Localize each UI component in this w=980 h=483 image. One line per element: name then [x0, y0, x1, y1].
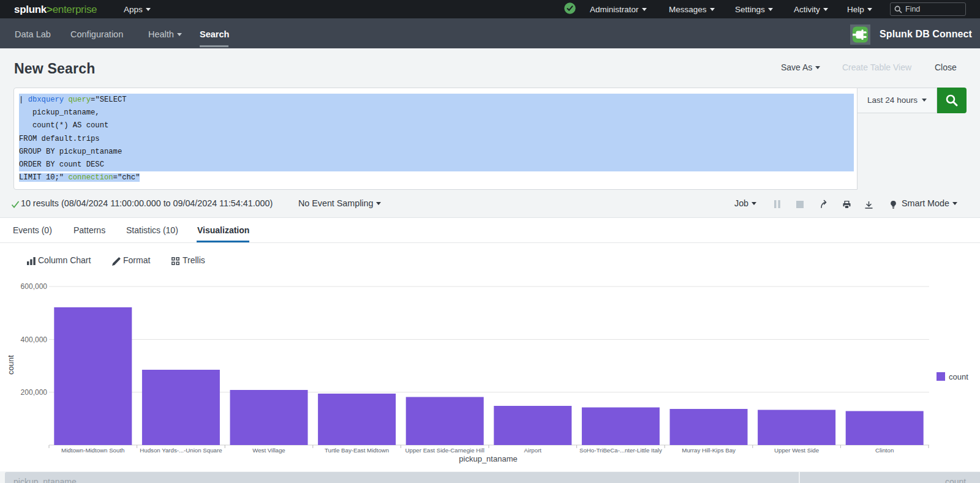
- svg-text:pickup_ntaname: pickup_ntaname: [459, 454, 517, 463]
- svg-text:count: count: [949, 372, 968, 381]
- svg-text:Turtle Bay-East Midtown: Turtle Bay-East Midtown: [325, 447, 389, 454]
- svg-text:SoHo-TriBeCa-...nter-Little It: SoHo-TriBeCa-...nter-Little Italy: [579, 447, 662, 454]
- svg-text:Midtown-Midtown South: Midtown-Midtown South: [61, 447, 124, 454]
- svg-text:Upper East Side-Carnegie Hill: Upper East Side-Carnegie Hill: [405, 447, 484, 454]
- svg-text:Airport: Airport: [524, 447, 542, 454]
- svg-text:West Village: West Village: [252, 447, 285, 454]
- svg-text:400,000: 400,000: [21, 335, 48, 344]
- svg-text:600,000: 600,000: [21, 282, 48, 291]
- svg-text:Murray Hill-Kips Bay: Murray Hill-Kips Bay: [682, 447, 736, 454]
- svg-text:Upper West Side: Upper West Side: [774, 447, 819, 454]
- svg-text:200,000: 200,000: [21, 388, 48, 397]
- svg-text:Clinton: Clinton: [875, 447, 894, 454]
- svg-text:count: count: [6, 355, 15, 375]
- svg-text:Hudson Yards-...-Union Square: Hudson Yards-...-Union Square: [140, 447, 222, 454]
